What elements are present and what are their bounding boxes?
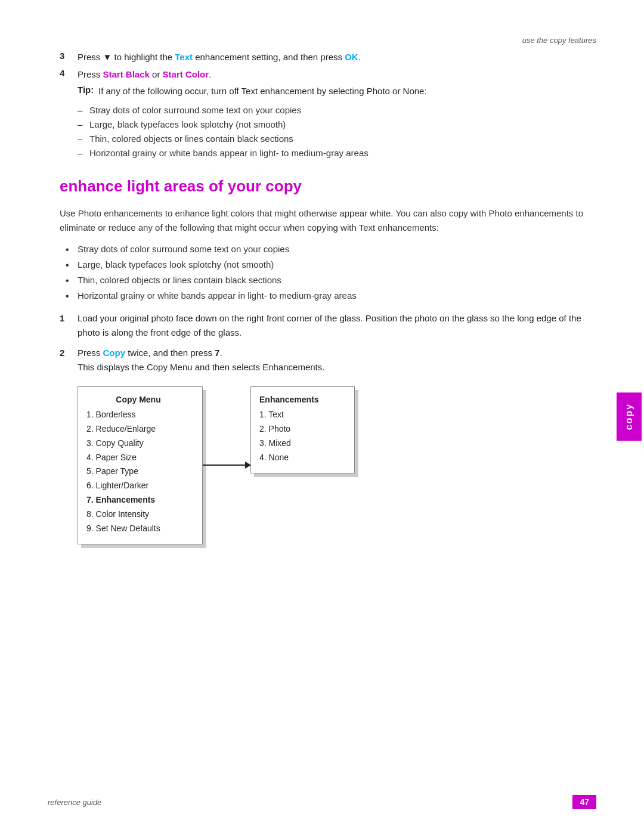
tip-bullet-4: Horizontal grainy or white bands appear …	[78, 146, 596, 160]
arrow-line	[203, 465, 250, 466]
tip-bullet-list: Stray dots of color surround some text o…	[78, 103, 596, 160]
copy-highlight: Copy	[103, 348, 126, 358]
enhancement-menu-title: Enhancements	[259, 393, 342, 407]
bottom-footer: reference guide 47	[0, 795, 644, 809]
copy-menu-item-5: 5. Paper Type	[86, 465, 190, 479]
enhancement-item-3: 3. Mixed	[259, 436, 342, 451]
main-step-1-content: Load your original photo face down on th…	[78, 311, 596, 340]
arrow-connector	[203, 465, 250, 466]
header-subtitle: use the copy features	[522, 36, 596, 45]
text-highlight-cyan: Text	[175, 52, 193, 62]
copy-menu-item-4: 4. Paper Size	[86, 451, 190, 465]
tip-bullet-3: Thin, colored objects or lines contain b…	[78, 132, 596, 146]
dot-bullet-3: Thin, colored objects or lines contain b…	[66, 273, 596, 287]
dot-bullet-1: Stray dots of color surround some text o…	[66, 242, 596, 256]
enhancement-box: Enhancements 1. Text 2. Photo 3. Mixed 4…	[250, 386, 355, 474]
dot-bullet-4: Horizontal grainy or white bands appear …	[66, 289, 596, 303]
main-step-2-subtext: This displays the Copy Menu and then sel…	[78, 360, 596, 374]
tip-bullet-1: Stray dots of color surround some text o…	[78, 103, 596, 117]
enhancement-item-2: 2. Photo	[259, 422, 342, 436]
enhancement-box-wrapper: Enhancements 1. Text 2. Photo 3. Mixed 4…	[250, 386, 355, 474]
copy-menu-item-6: 6. Lighter/Darker	[86, 479, 190, 493]
enhancement-item-1: 1. Text	[259, 408, 342, 422]
main-step-2-number: 2	[60, 346, 78, 360]
copy-menu-item-3: 3. Copy Quality	[86, 436, 190, 451]
main-step-2-text: Press Copy twice, and then press 7.	[78, 346, 596, 360]
copy-menu-item-2: 2. Reduce/Enlarge	[86, 422, 190, 436]
copy-menu-item-7: 7. Enhancements	[86, 493, 190, 507]
step-3: 3 Press ▼ to highlight the Text enhancem…	[60, 51, 596, 64]
body-text: Use Photo enhancements to enhance light …	[60, 206, 596, 235]
section-heading: enhance light areas of your copy	[60, 177, 596, 196]
diagrams-area: Copy Menu 1. Borderless 2. Reduce/Enlarg…	[78, 386, 596, 545]
copy-menu-box: Copy Menu 1. Borderless 2. Reduce/Enlarg…	[78, 386, 203, 545]
step-3-number: 3	[60, 51, 78, 61]
page-header: use the copy features	[0, 0, 644, 51]
main-step-1: 1 Load your original photo face down on …	[60, 311, 596, 340]
copy-menu-item-1: 1. Borderless	[86, 408, 190, 422]
tip-label: Tip:	[78, 85, 98, 95]
start-color-highlight: Start Color	[163, 69, 209, 79]
copy-menu-wrapper: Copy Menu 1. Borderless 2. Reduce/Enlarg…	[78, 386, 203, 545]
page-container: use the copy features 3 Press ▼ to highl…	[0, 0, 644, 833]
step-3-content: Press ▼ to highlight the Text enhancemen…	[78, 51, 596, 64]
footer-page-number: 47	[572, 795, 596, 809]
right-sidebar: copy	[614, 0, 644, 833]
step-4: 4 Press Start Black or Start Color.	[60, 68, 596, 82]
start-black-highlight: Start Black	[103, 69, 150, 79]
step-4-content: Press Start Black or Start Color.	[78, 68, 596, 82]
copy-menu-title: Copy Menu	[86, 393, 190, 407]
tip-bullet-2: Large, black typefaces look splotchy (no…	[78, 117, 596, 132]
dot-bullet-2: Large, black typefaces look splotchy (no…	[66, 258, 596, 272]
step-4-number: 4	[60, 68, 78, 78]
footer-left-text: reference guide	[48, 798, 101, 807]
tip-row: Tip: If any of the following occur, turn…	[78, 85, 596, 98]
main-step-2: 2 Press Copy twice, and then press 7. Th…	[60, 346, 596, 374]
enhancement-item-4: 4. None	[259, 451, 342, 465]
seven-bold: 7	[215, 348, 219, 358]
ok-highlight: OK	[345, 52, 358, 62]
copy-menu-item-9: 9. Set New Defaults	[86, 522, 190, 536]
main-step-1-number: 1	[60, 311, 78, 326]
copy-menu-item-8: 8. Color Intensity	[86, 507, 190, 522]
dot-bullet-list: Stray dots of color surround some text o…	[66, 242, 596, 303]
sidebar-tab[interactable]: copy	[617, 392, 642, 441]
main-step-2-content: Press Copy twice, and then press 7. This…	[78, 346, 596, 374]
tip-content: If any of the following occur, turn off …	[98, 85, 427, 98]
main-content: 3 Press ▼ to highlight the Text enhancem…	[0, 51, 644, 544]
